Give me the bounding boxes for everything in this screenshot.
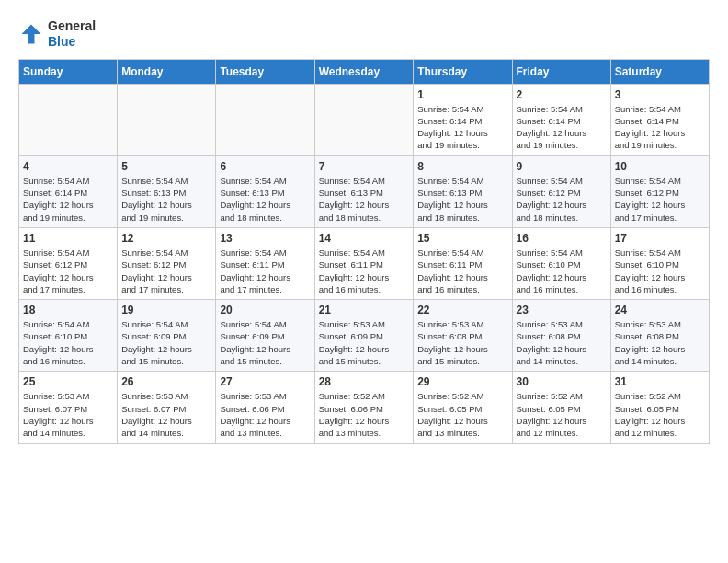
- calendar-cell: 25Sunrise: 5:53 AM Sunset: 6:07 PM Dayli…: [19, 372, 118, 443]
- calendar-cell: 12Sunrise: 5:54 AM Sunset: 6:12 PM Dayli…: [118, 227, 216, 299]
- week-row-5: 25Sunrise: 5:53 AM Sunset: 6:07 PM Dayli…: [19, 372, 710, 443]
- calendar-cell: [19, 84, 118, 155]
- day-info: Sunrise: 5:54 AM Sunset: 6:12 PM Dayligh…: [517, 175, 607, 224]
- logo-text: General Blue: [48, 18, 96, 50]
- day-number: 9: [517, 160, 607, 173]
- calendar-cell: 30Sunrise: 5:52 AM Sunset: 6:05 PM Dayli…: [512, 372, 610, 443]
- day-number: 25: [23, 375, 113, 388]
- day-info: Sunrise: 5:52 AM Sunset: 6:05 PM Dayligh…: [417, 390, 507, 439]
- day-info: Sunrise: 5:54 AM Sunset: 6:13 PM Dayligh…: [121, 175, 211, 224]
- calendar-cell: 1Sunrise: 5:54 AM Sunset: 6:14 PM Daylig…: [414, 84, 512, 155]
- day-number: 21: [319, 304, 410, 316]
- calendar-header-row: SundayMondayTuesdayWednesdayThursdayFrid…: [19, 59, 710, 84]
- day-info: Sunrise: 5:53 AM Sunset: 6:07 PM Dayligh…: [23, 390, 113, 439]
- day-info: Sunrise: 5:54 AM Sunset: 6:14 PM Dayligh…: [615, 103, 705, 152]
- day-info: Sunrise: 5:54 AM Sunset: 6:13 PM Dayligh…: [417, 175, 507, 224]
- calendar-table: SundayMondayTuesdayWednesdayThursdayFrid…: [18, 59, 710, 444]
- page-header: General Blue: [18, 18, 710, 50]
- column-header-friday: Friday: [512, 59, 610, 84]
- calendar-cell: 11Sunrise: 5:54 AM Sunset: 6:12 PM Dayli…: [19, 227, 118, 299]
- day-number: 14: [319, 232, 410, 245]
- day-number: 1: [417, 88, 507, 101]
- calendar-cell: 16Sunrise: 5:54 AM Sunset: 6:10 PM Dayli…: [512, 227, 610, 299]
- day-info: Sunrise: 5:52 AM Sunset: 6:06 PM Dayligh…: [319, 390, 410, 439]
- day-number: 17: [615, 232, 705, 245]
- calendar-cell: 31Sunrise: 5:52 AM Sunset: 6:05 PM Dayli…: [610, 372, 709, 443]
- calendar-cell: 14Sunrise: 5:54 AM Sunset: 6:11 PM Dayli…: [314, 227, 414, 299]
- day-info: Sunrise: 5:54 AM Sunset: 6:09 PM Dayligh…: [121, 318, 211, 367]
- day-number: 7: [319, 160, 410, 173]
- day-number: 24: [615, 304, 705, 316]
- day-number: 31: [615, 375, 705, 388]
- day-number: 27: [220, 375, 310, 388]
- day-info: Sunrise: 5:54 AM Sunset: 6:10 PM Dayligh…: [615, 247, 705, 295]
- calendar-cell: [118, 84, 216, 155]
- column-header-wednesday: Wednesday: [314, 59, 414, 84]
- calendar-body: 1Sunrise: 5:54 AM Sunset: 6:14 PM Daylig…: [19, 84, 710, 443]
- day-info: Sunrise: 5:52 AM Sunset: 6:05 PM Dayligh…: [615, 390, 705, 439]
- calendar-cell: 20Sunrise: 5:54 AM Sunset: 6:09 PM Dayli…: [216, 300, 314, 372]
- day-info: Sunrise: 5:54 AM Sunset: 6:10 PM Dayligh…: [23, 318, 113, 367]
- day-info: Sunrise: 5:53 AM Sunset: 6:09 PM Dayligh…: [319, 318, 410, 367]
- calendar-cell: 21Sunrise: 5:53 AM Sunset: 6:09 PM Dayli…: [314, 300, 414, 372]
- day-number: 18: [23, 304, 113, 316]
- calendar-cell: 18Sunrise: 5:54 AM Sunset: 6:10 PM Dayli…: [19, 300, 118, 372]
- day-info: Sunrise: 5:54 AM Sunset: 6:14 PM Dayligh…: [23, 175, 113, 224]
- day-number: 13: [220, 232, 310, 245]
- day-number: 2: [517, 88, 607, 101]
- column-header-monday: Monday: [118, 59, 216, 84]
- day-number: 19: [121, 304, 211, 316]
- day-info: Sunrise: 5:54 AM Sunset: 6:11 PM Dayligh…: [319, 247, 410, 295]
- day-number: 20: [220, 304, 310, 316]
- day-number: 22: [417, 304, 507, 316]
- calendar-cell: 28Sunrise: 5:52 AM Sunset: 6:06 PM Dayli…: [314, 372, 414, 443]
- calendar-cell: 19Sunrise: 5:54 AM Sunset: 6:09 PM Dayli…: [118, 300, 216, 372]
- day-info: Sunrise: 5:54 AM Sunset: 6:13 PM Dayligh…: [319, 175, 410, 224]
- day-info: Sunrise: 5:54 AM Sunset: 6:12 PM Dayligh…: [121, 247, 211, 295]
- day-number: 6: [220, 160, 310, 173]
- column-header-tuesday: Tuesday: [216, 59, 314, 84]
- day-info: Sunrise: 5:54 AM Sunset: 6:09 PM Dayligh…: [220, 318, 310, 367]
- day-number: 28: [319, 375, 410, 388]
- calendar-cell: 13Sunrise: 5:54 AM Sunset: 6:11 PM Dayli…: [216, 227, 314, 299]
- day-number: 30: [517, 375, 607, 388]
- day-info: Sunrise: 5:53 AM Sunset: 6:08 PM Dayligh…: [417, 318, 507, 367]
- week-row-2: 4Sunrise: 5:54 AM Sunset: 6:14 PM Daylig…: [19, 155, 710, 227]
- week-row-4: 18Sunrise: 5:54 AM Sunset: 6:10 PM Dayli…: [19, 300, 710, 372]
- day-number: 29: [417, 375, 507, 388]
- day-info: Sunrise: 5:54 AM Sunset: 6:11 PM Dayligh…: [220, 247, 310, 295]
- calendar-cell: 29Sunrise: 5:52 AM Sunset: 6:05 PM Dayli…: [414, 372, 512, 443]
- calendar-cell: 5Sunrise: 5:54 AM Sunset: 6:13 PM Daylig…: [118, 155, 216, 227]
- day-number: 4: [23, 160, 113, 173]
- day-number: 10: [615, 160, 705, 173]
- calendar-cell: 26Sunrise: 5:53 AM Sunset: 6:07 PM Dayli…: [118, 372, 216, 443]
- day-info: Sunrise: 5:53 AM Sunset: 6:07 PM Dayligh…: [121, 390, 211, 439]
- day-info: Sunrise: 5:54 AM Sunset: 6:13 PM Dayligh…: [220, 175, 310, 224]
- day-info: Sunrise: 5:54 AM Sunset: 6:12 PM Dayligh…: [615, 175, 705, 224]
- column-header-thursday: Thursday: [414, 59, 512, 84]
- logo: General Blue: [18, 18, 96, 50]
- calendar-cell: 7Sunrise: 5:54 AM Sunset: 6:13 PM Daylig…: [314, 155, 414, 227]
- calendar-cell: 6Sunrise: 5:54 AM Sunset: 6:13 PM Daylig…: [216, 155, 314, 227]
- week-row-1: 1Sunrise: 5:54 AM Sunset: 6:14 PM Daylig…: [19, 84, 710, 155]
- day-info: Sunrise: 5:54 AM Sunset: 6:11 PM Dayligh…: [417, 247, 507, 295]
- day-number: 11: [23, 232, 113, 245]
- calendar-cell: 22Sunrise: 5:53 AM Sunset: 6:08 PM Dayli…: [414, 300, 512, 372]
- day-number: 16: [517, 232, 607, 245]
- day-number: 8: [417, 160, 507, 173]
- week-row-3: 11Sunrise: 5:54 AM Sunset: 6:12 PM Dayli…: [19, 227, 710, 299]
- day-number: 3: [615, 88, 705, 101]
- calendar-cell: 17Sunrise: 5:54 AM Sunset: 6:10 PM Dayli…: [610, 227, 709, 299]
- day-info: Sunrise: 5:54 AM Sunset: 6:14 PM Dayligh…: [517, 103, 607, 152]
- day-info: Sunrise: 5:52 AM Sunset: 6:05 PM Dayligh…: [517, 390, 607, 439]
- calendar-cell: [314, 84, 414, 155]
- calendar-cell: 2Sunrise: 5:54 AM Sunset: 6:14 PM Daylig…: [512, 84, 610, 155]
- calendar-cell: 27Sunrise: 5:53 AM Sunset: 6:06 PM Dayli…: [216, 372, 314, 443]
- day-info: Sunrise: 5:53 AM Sunset: 6:08 PM Dayligh…: [615, 318, 705, 367]
- day-info: Sunrise: 5:54 AM Sunset: 6:14 PM Dayligh…: [417, 103, 507, 152]
- column-header-saturday: Saturday: [610, 59, 709, 84]
- calendar-cell: 3Sunrise: 5:54 AM Sunset: 6:14 PM Daylig…: [610, 84, 709, 155]
- svg-marker-0: [22, 24, 41, 43]
- day-number: 12: [121, 232, 211, 245]
- day-number: 26: [121, 375, 211, 388]
